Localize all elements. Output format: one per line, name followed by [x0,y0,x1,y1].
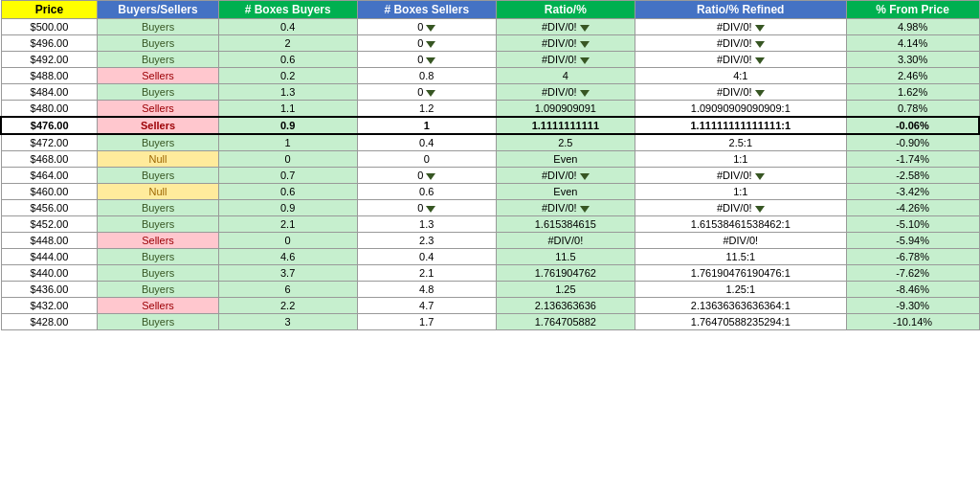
cell-from-price: 3.30% [846,52,979,68]
table-row: $484.00Buyers1.30 #DIV/0! #DIV/0! 1.62% [1,84,979,101]
cell-ratio: 11.5 [496,249,635,265]
table-row: $476.00Sellers0.911.11111111111.11111111… [1,117,979,134]
cell-from-price: 0.78% [846,101,979,118]
cell-boxes-buyers: 2 [218,35,357,52]
cell-price: $476.00 [1,117,98,134]
arrow-down-icon [426,173,435,180]
cell-ratio: Even [496,151,635,168]
cell-from-price: -5.94% [846,233,979,249]
arrow-down-icon [755,41,765,48]
cell-ratio: #DIV/0! [496,84,635,101]
cell-buyers-sellers: Buyers [98,168,218,184]
cell-ratio-refined: 4:1 [635,68,846,84]
cell-ratio-refined: #DIV/0! [635,168,846,184]
arrow-down-icon [426,90,435,97]
cell-price: $480.00 [1,101,98,118]
arrow-down-icon [426,41,435,48]
cell-boxes-sellers: 0.8 [357,68,496,84]
cell-ratio: 1.090909091 [496,101,635,118]
cell-boxes-buyers: 0.9 [218,117,357,134]
cell-ratio: #DIV/0! [496,233,635,249]
header-buyers_sellers: Buyers/Sellers [98,1,218,19]
cell-ratio: #DIV/0! [496,168,635,184]
cell-from-price: -8.46% [846,282,979,298]
cell-boxes-sellers: 4.8 [357,282,496,298]
cell-boxes-buyers: 0.6 [218,184,357,200]
cell-buyers-sellers: Buyers [98,35,218,52]
cell-price: $444.00 [1,249,98,265]
cell-buyers-sellers: Sellers [98,68,218,84]
cell-ratio-refined: 1:1 [635,151,846,168]
cell-boxes-sellers: 0.4 [357,134,496,151]
cell-from-price: 4.14% [846,35,979,52]
cell-boxes-buyers: 2.1 [218,216,357,233]
cell-boxes-buyers: 0.6 [218,52,357,68]
cell-from-price: -4.26% [846,200,979,216]
table-row: $496.00Buyers20 #DIV/0! #DIV/0! 4.14% [1,35,979,52]
cell-price: $436.00 [1,282,98,298]
cell-price: $464.00 [1,168,98,184]
cell-price: $452.00 [1,216,98,233]
cell-from-price: -7.62% [846,265,979,282]
arrow-down-icon [755,173,765,180]
cell-from-price: 4.98% [846,19,979,35]
cell-buyers-sellers: Buyers [98,249,218,265]
cell-price: $456.00 [1,200,98,216]
cell-from-price: -6.78% [846,249,979,265]
table-row: $432.00Sellers2.24.72.1363636362.1363636… [1,298,979,314]
cell-price: $440.00 [1,265,98,282]
cell-boxes-buyers: 0 [218,151,357,168]
cell-boxes-buyers: 4.6 [218,249,357,265]
arrow-down-icon [580,25,590,32]
cell-ratio-refined: 1.11111111111111:1 [635,117,846,134]
cell-price: $492.00 [1,52,98,68]
cell-buyers-sellers: Buyers [98,314,218,330]
cell-ratio: 1.761904762 [496,265,635,282]
cell-from-price: -2.58% [846,168,979,184]
cell-ratio-refined: 2.5:1 [635,134,846,151]
cell-price: $472.00 [1,134,98,151]
cell-ratio-refined: 1.61538461538462:1 [635,216,846,233]
table-row: $444.00Buyers4.60.411.511.5:1-6.78% [1,249,979,265]
table-row: $452.00Buyers2.11.31.6153846151.61538461… [1,216,979,233]
cell-price: $460.00 [1,184,98,200]
header-ratio_refined: Ratio/% Refined [635,1,846,19]
cell-ratio-refined: 1.76190476190476:1 [635,265,846,282]
cell-buyers-sellers: Buyers [98,265,218,282]
cell-boxes-sellers: 0 [357,200,496,216]
arrow-down-icon [580,173,590,180]
arrow-down-icon [580,57,590,64]
table-row: $448.00Sellers02.3#DIV/0!#DIV/0!-5.94% [1,233,979,249]
cell-boxes-buyers: 0.9 [218,200,357,216]
table-row: $456.00Buyers0.90 #DIV/0! #DIV/0! -4.26% [1,200,979,216]
header-ratio: Ratio/% [496,1,635,19]
cell-ratio: 1.764705882 [496,314,635,330]
cell-boxes-sellers: 0 [357,151,496,168]
cell-buyers-sellers: Buyers [98,200,218,216]
cell-boxes-sellers: 0 [357,19,496,35]
cell-buyers-sellers: Buyers [98,84,218,101]
cell-ratio-refined: 1:1 [635,184,846,200]
cell-ratio-refined: 1.76470588235294:1 [635,314,846,330]
cell-ratio-refined: #DIV/0! [635,84,846,101]
cell-boxes-buyers: 0.7 [218,168,357,184]
cell-ratio: Even [496,184,635,200]
cell-boxes-sellers: 2.1 [357,265,496,282]
cell-ratio: 1.25 [496,282,635,298]
arrow-down-icon [580,90,590,97]
cell-from-price: 2.46% [846,68,979,84]
price-table: PriceBuyers/Sellers# Boxes Buyers# Boxes… [0,0,980,330]
table-row: $428.00Buyers31.71.7647058821.7647058823… [1,314,979,330]
table-row: $488.00Sellers0.20.844:12.46% [1,68,979,84]
arrow-down-icon [426,25,435,32]
arrow-down-icon [426,206,435,213]
cell-from-price: -3.42% [846,184,979,200]
cell-boxes-buyers: 3 [218,314,357,330]
cell-from-price: -0.90% [846,134,979,151]
cell-boxes-buyers: 1 [218,134,357,151]
arrow-down-icon [755,90,765,97]
cell-boxes-buyers: 0.2 [218,68,357,84]
cell-from-price: -1.74% [846,151,979,168]
table-row: $480.00Sellers1.11.21.0909090911.0909090… [1,101,979,118]
cell-ratio: 1.1111111111 [496,117,635,134]
